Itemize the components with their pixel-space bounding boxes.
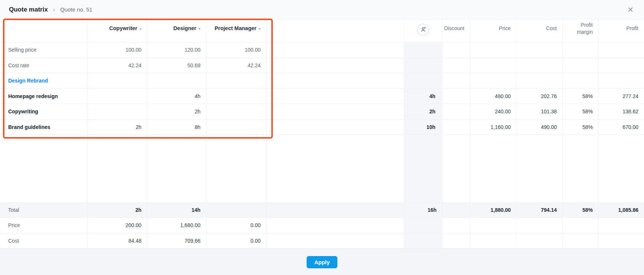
cell-selling-price-gap <box>267 42 404 58</box>
row-total: Total2h14h16h1,880.00794.1458%1,085.86 <box>0 203 644 218</box>
cell-cost-summary-profit_margin <box>563 233 599 249</box>
column-header-discount: Discount <box>442 19 470 42</box>
cell-homepage-redesign-cost: 202.76 <box>517 89 563 104</box>
cell-brand-guidelines-assignee[interactable]: 10h <box>404 120 442 135</box>
column-header-copywriter[interactable]: Copywriter▾ <box>88 19 147 42</box>
cell-total-project_manager <box>206 203 267 218</box>
add-person-icon[interactable] <box>417 24 429 36</box>
cell-design-rebrand-gap <box>267 73 404 88</box>
column-header-assignee[interactable] <box>404 19 442 42</box>
cell-total-copywriter: 2h <box>88 203 147 218</box>
cell-price-summary-profit <box>599 218 644 233</box>
column-header-label <box>0 19 88 42</box>
column-header-label: Profit margin <box>568 22 593 35</box>
cell-total-gap <box>267 203 404 218</box>
cell-total-profit_margin: 58% <box>563 203 599 218</box>
cell-cost-rate-profit_margin <box>563 58 599 73</box>
cell-selling-price-assignee[interactable] <box>404 42 442 58</box>
cell-selling-price-price <box>470 42 517 58</box>
modal-header: Quote matrix › Quote no. 51 ✕ <box>0 0 644 19</box>
cell-copywriting-designer[interactable]: 2h <box>147 104 206 119</box>
cell-price-summary-cost <box>517 218 563 233</box>
project-link-design-rebrand[interactable]: Design Rebrand <box>0 73 88 88</box>
cell-cost-rate-copywriter[interactable]: 42.24 <box>88 58 147 73</box>
close-icon[interactable]: ✕ <box>626 5 635 14</box>
cell-copywriting-profit_margin: 58% <box>563 104 599 119</box>
row-homepage-redesign: Homepage redesign4h4h480.00202.7658%277.… <box>0 89 644 104</box>
column-header-cost: Cost <box>517 19 563 42</box>
cell-design-rebrand-assignee <box>404 73 442 88</box>
cell-brand-guidelines-gap <box>267 120 404 135</box>
column-header-designer[interactable]: Designer▾ <box>147 19 206 42</box>
cell-empty-space-cost <box>517 135 563 202</box>
cell-brand-guidelines-profit_margin: 58% <box>563 120 599 135</box>
cell-price-summary-label: Price <box>0 218 88 233</box>
column-header-price: Price <box>470 19 517 42</box>
cell-copywriting-assignee[interactable]: 2h <box>404 104 442 119</box>
cell-homepage-redesign-discount[interactable] <box>442 89 470 104</box>
cell-design-rebrand-cost <box>517 73 563 88</box>
cell-copywriting-project_manager[interactable] <box>206 104 267 119</box>
cell-empty-space-profit <box>599 135 644 202</box>
cell-total-profit: 1,085.86 <box>599 203 644 218</box>
cell-total-assignee: 16h <box>404 203 442 218</box>
cell-brand-guidelines-designer[interactable]: 8h <box>147 120 206 135</box>
cell-homepage-redesign-assignee[interactable]: 4h <box>404 89 442 104</box>
cell-selling-price-project_manager[interactable]: 100.00 <box>206 42 267 58</box>
cell-copywriting-profit: 138.62 <box>599 104 644 119</box>
cell-selling-price-discount[interactable] <box>442 42 470 58</box>
cell-copywriting-copywriter[interactable] <box>88 104 147 119</box>
quote-matrix-table: Copywriter▾Designer▾Project Manager▾Disc… <box>0 19 644 249</box>
cell-cost-rate-assignee[interactable] <box>404 58 442 73</box>
cell-cost-rate-price <box>470 58 517 73</box>
cell-design-rebrand-profit <box>599 73 644 88</box>
cell-empty-space-discount <box>442 135 470 202</box>
cell-cost-rate-designer[interactable]: 50.69 <box>147 58 206 73</box>
column-header-project_manager[interactable]: Project Manager▾ <box>206 19 267 42</box>
cell-homepage-redesign-designer[interactable]: 4h <box>147 89 206 104</box>
cell-cost-rate-project_manager[interactable]: 42.24 <box>206 58 267 73</box>
cell-selling-price-profit <box>599 42 644 58</box>
cell-selling-price-label: Selling price <box>0 42 88 58</box>
cell-empty-space-assignee <box>404 135 442 202</box>
apply-button[interactable]: Apply <box>307 256 338 268</box>
cell-total-discount <box>442 203 470 218</box>
breadcrumb-quote-number: Quote no. 51 <box>60 6 92 13</box>
cell-design-rebrand-price <box>470 73 517 88</box>
cell-homepage-redesign-copywriter[interactable] <box>88 89 147 104</box>
cell-brand-guidelines-copywriter[interactable]: 2h <box>88 120 147 135</box>
footer-bar: Apply <box>0 249 644 275</box>
column-header-label: Discount <box>444 25 464 32</box>
cell-empty-space-label <box>0 135 88 202</box>
cell-cost-rate-cost <box>517 58 563 73</box>
cell-empty-space-designer <box>147 135 206 202</box>
column-header-profit_margin: Profit margin <box>563 19 599 42</box>
cell-cost-summary-designer: 709.66 <box>147 233 206 249</box>
cell-brand-guidelines-discount[interactable] <box>442 120 470 135</box>
cell-copywriting-discount[interactable] <box>442 104 470 119</box>
cell-total-cost: 794.14 <box>517 203 563 218</box>
sort-arrow-icon: ▾ <box>199 26 200 31</box>
sort-arrow-icon: ▾ <box>259 26 261 31</box>
cell-cost-rate-discount[interactable] <box>442 58 470 73</box>
cell-selling-price-copywriter[interactable]: 100.00 <box>88 42 147 58</box>
cell-design-rebrand-discount <box>442 73 470 88</box>
cell-brand-guidelines-project_manager[interactable] <box>206 120 267 135</box>
cell-price-summary-designer: 1,680.00 <box>147 218 206 233</box>
column-header-label: Cost <box>546 25 557 32</box>
cell-total-designer: 14h <box>147 203 206 218</box>
row-empty-space <box>0 135 644 203</box>
cell-homepage-redesign-project_manager[interactable] <box>206 89 267 104</box>
column-header-profit: Profit <box>599 19 644 42</box>
cell-brand-guidelines-profit: 670.00 <box>599 120 644 135</box>
cell-total-price: 1,880.00 <box>470 203 517 218</box>
cell-price-summary-assignee <box>404 218 442 233</box>
cell-price-summary-profit_margin <box>563 218 599 233</box>
cell-cost-summary-profit <box>599 233 644 249</box>
cell-price-summary-copywriter: 200.00 <box>88 218 147 233</box>
cell-cost-summary-label: Cost <box>0 233 88 249</box>
cell-cost-rate-label: Cost rate <box>0 58 88 73</box>
cell-homepage-redesign-profit_margin: 58% <box>563 89 599 104</box>
cell-selling-price-designer[interactable]: 120.00 <box>147 42 206 58</box>
cell-total-label: Total <box>0 203 88 218</box>
